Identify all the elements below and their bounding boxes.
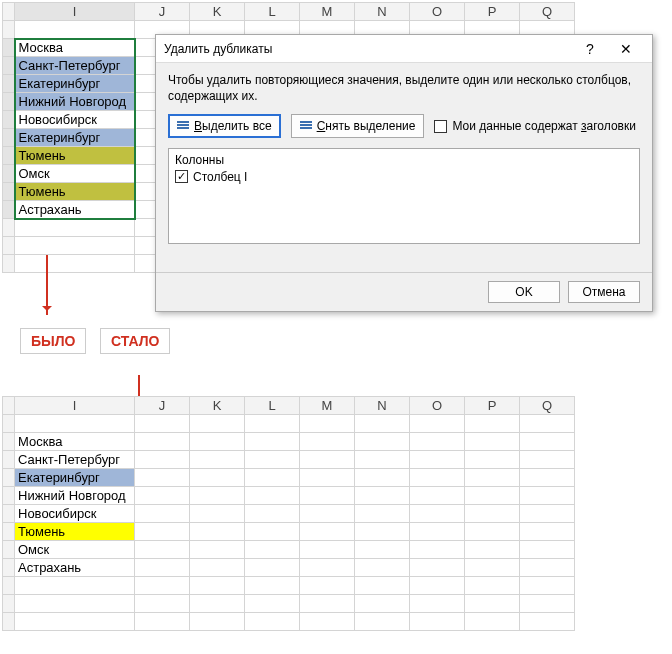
unselect-all-button[interactable]: Снять выделение (291, 114, 425, 138)
col-header[interactable]: M (300, 3, 355, 21)
col-header[interactable]: Q (520, 397, 575, 415)
data-cell[interactable]: Омск (15, 541, 135, 559)
col-header[interactable]: P (465, 397, 520, 415)
corner-cell[interactable] (3, 3, 15, 21)
columns-listbox[interactable]: Колонны ✓ Столбец I (168, 148, 640, 244)
ok-button[interactable]: OK (488, 281, 560, 303)
col-header[interactable]: N (355, 3, 410, 21)
data-cell[interactable]: Санкт-Петербург (15, 451, 135, 469)
data-cell[interactable]: Екатеринбург (15, 75, 135, 93)
select-all-button[interactable]: Выделить все (168, 114, 281, 138)
col-header[interactable]: I (15, 3, 135, 21)
data-cell[interactable]: Нижний Новгород (15, 487, 135, 505)
data-cell[interactable]: Омск (15, 165, 135, 183)
data-cell[interactable]: Тюмень (15, 147, 135, 165)
data-cell[interactable]: Тюмень (15, 183, 135, 201)
columns-label: Колонны (175, 153, 633, 167)
remove-duplicates-dialog: Удалить дубликаты ? ✕ Чтобы удалить повт… (155, 34, 653, 312)
col-header[interactable]: K (190, 3, 245, 21)
has-headers-checkbox[interactable]: Мои данные содержат заголовки (434, 119, 635, 133)
after-label: СТАЛО (100, 328, 170, 354)
col-header[interactable]: L (245, 397, 300, 415)
data-cell[interactable]: Москва (15, 433, 135, 451)
has-headers-label: Мои данные содержат заголовки (452, 119, 635, 133)
data-cell[interactable]: Астрахань (15, 201, 135, 219)
data-cell[interactable]: Астрахань (15, 559, 135, 577)
data-cell[interactable]: Екатеринбург (15, 129, 135, 147)
dialog-description: Чтобы удалить повторяющиеся значения, вы… (168, 73, 640, 104)
data-cell[interactable]: Нижний Новгород (15, 93, 135, 111)
arrow-icon (46, 255, 48, 315)
checkbox-icon: ✓ (175, 170, 188, 183)
data-cell[interactable]: Москва (15, 39, 135, 57)
data-cell[interactable]: Новосибирск (15, 111, 135, 129)
col-header[interactable]: J (135, 3, 190, 21)
data-cell[interactable]: Тюмень (15, 523, 135, 541)
data-cell[interactable]: Санкт-Петербург (15, 57, 135, 75)
column-item-label: Столбец I (193, 170, 247, 184)
col-header[interactable]: O (410, 3, 465, 21)
col-header[interactable]: J (135, 397, 190, 415)
checkbox-icon (434, 120, 447, 133)
dialog-title: Удалить дубликаты (164, 35, 272, 63)
col-header[interactable]: M (300, 397, 355, 415)
col-header[interactable]: Q (520, 3, 575, 21)
corner-cell[interactable] (3, 397, 15, 415)
col-header[interactable]: O (410, 397, 465, 415)
grid-after[interactable]: I J K L M N O P Q МоскваСанкт-ПетербургЕ… (2, 396, 575, 631)
data-cell[interactable]: Новосибирск (15, 505, 135, 523)
cancel-button[interactable]: Отмена (568, 281, 640, 303)
help-button[interactable]: ? (572, 36, 608, 62)
col-header[interactable]: I (15, 397, 135, 415)
list-uncheck-icon (300, 120, 312, 132)
col-header[interactable]: N (355, 397, 410, 415)
close-button[interactable]: ✕ (608, 36, 644, 62)
col-header[interactable]: L (245, 3, 300, 21)
data-cell[interactable]: Екатеринбург (15, 469, 135, 487)
column-item[interactable]: ✓ Столбец I (175, 170, 247, 184)
dialog-titlebar[interactable]: Удалить дубликаты ? ✕ (156, 35, 652, 63)
before-label: БЫЛО (20, 328, 86, 354)
col-header[interactable]: P (465, 3, 520, 21)
col-header[interactable]: K (190, 397, 245, 415)
list-check-icon (177, 120, 189, 132)
